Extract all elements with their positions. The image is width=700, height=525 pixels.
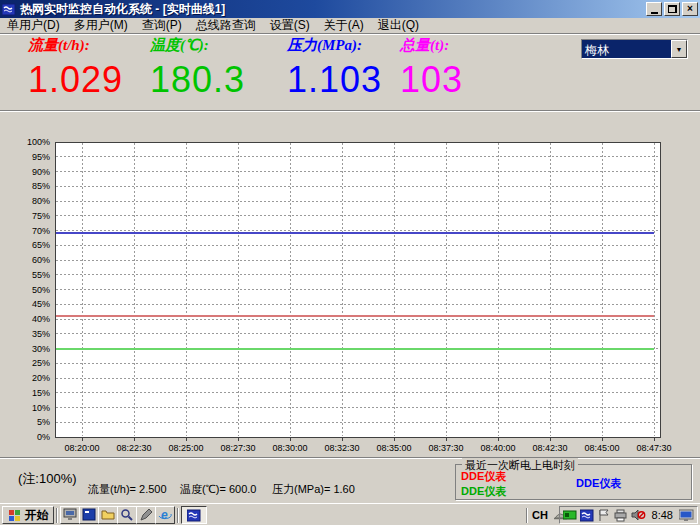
active-task-button[interactable]	[181, 506, 207, 524]
start-button[interactable]: 开始	[2, 506, 54, 524]
x-tick-label: 08:27:30	[220, 443, 255, 453]
y-tick-label: 25%	[32, 358, 50, 368]
menu-item-settings[interactable]: 设置(S)	[263, 17, 317, 34]
app-logo-icon[interactable]	[2, 2, 16, 16]
y-tick-label: 60%	[32, 255, 50, 265]
x-tick-label: 08:47:30	[636, 443, 671, 453]
y-tick-label: 90%	[32, 167, 50, 177]
minimize-button[interactable]	[646, 2, 662, 16]
x-tick-label: 08:32:30	[324, 443, 359, 453]
x-tick-label: 08:45:00	[584, 443, 619, 453]
terminal-icon[interactable]	[79, 506, 99, 524]
station-combobox-value[interactable]: 梅林	[582, 40, 671, 58]
dde-meter-1: DDE仪表	[461, 469, 506, 484]
clock[interactable]: 8:48	[649, 509, 676, 521]
x-tick-label: 08:20:00	[64, 443, 99, 453]
y-tick-label: 85%	[32, 181, 50, 191]
close-button[interactable]: ×	[682, 2, 698, 16]
y-tick-label: 45%	[32, 299, 50, 309]
language-indicator[interactable]: CH	[532, 509, 548, 521]
y-tick-label: 30%	[32, 344, 50, 354]
y-tick-label: 80%	[32, 196, 50, 206]
chevron-down-icon[interactable]: ▼	[671, 40, 687, 58]
chart-bottom-separator	[0, 457, 700, 459]
y-tick-label: 35%	[32, 329, 50, 339]
window-title: 热网实时监控自动化系统 - [实时曲线1]	[20, 1, 644, 18]
app-logo-icon	[187, 508, 201, 522]
y-tick-label: 55%	[32, 270, 50, 280]
menu-item-about[interactable]: 关于(A)	[317, 17, 371, 34]
x-tick-label: 08:42:30	[532, 443, 567, 453]
y-tick-label: 75%	[32, 211, 50, 221]
y-tick-label: 5%	[37, 417, 50, 427]
readout-temperature-label: 温度(℃):	[150, 36, 245, 55]
speaker-muted-icon[interactable]	[631, 508, 646, 522]
y-tick-label: 10%	[32, 403, 50, 413]
x-tick-label: 08:22:30	[116, 443, 151, 453]
readout-temperature-value: 180.3	[150, 59, 245, 101]
workstation-icon[interactable]	[60, 506, 80, 524]
app-logo-icon[interactable]	[580, 508, 594, 522]
display-icon[interactable]	[679, 508, 694, 522]
svg-text:e: e	[161, 508, 168, 522]
y-tick-label: 100%	[27, 137, 50, 147]
pen-icon[interactable]	[136, 506, 156, 524]
x-tick-label: 08:30:00	[272, 443, 307, 453]
taskbar-separator	[56, 508, 58, 523]
menu-item-exit[interactable]: 退出(Q)	[371, 17, 426, 34]
readout-flow-label: 流量(t/h):	[28, 36, 123, 55]
y-tick-label: 65%	[32, 240, 50, 250]
scale-temperature: 温度(℃)= 600.0	[180, 482, 256, 497]
dde-meter-3: DDE仪表	[576, 476, 621, 491]
search-icon[interactable]	[117, 506, 137, 524]
y-tick-label: 50%	[32, 285, 50, 295]
title-bar: 热网实时监控自动化系统 - [实时曲线1] ×	[0, 0, 700, 18]
x-tick-label: 08:25:00	[168, 443, 203, 453]
taskbar-separator	[526, 508, 528, 523]
menu-item-single-user[interactable]: 单用户(D)	[0, 17, 67, 34]
menu-item-query[interactable]: 查询(P)	[135, 17, 189, 34]
x-tick-label: 08:35:00	[376, 443, 411, 453]
taskbar-separator	[177, 508, 179, 523]
dde-meter-2: DDE仪表	[461, 484, 506, 499]
menu-bar: 单用户(D) 多用户(M) 查询(P) 总线路查询 设置(S) 关于(A) 退出…	[0, 18, 700, 33]
card-icon[interactable]	[563, 508, 577, 522]
y-tick-label: 40%	[32, 314, 50, 324]
readout-flow-value: 1.029	[28, 59, 123, 101]
menu-item-busline-query[interactable]: 总线路查询	[189, 17, 263, 34]
scale-flow: 流量(t/h)= 2.500	[88, 482, 167, 497]
y-tick-label: 95%	[32, 152, 50, 162]
realtime-trend-chart: 0%5%10%15%20%25%30%35%40%45%50%55%60%65%…	[0, 112, 700, 457]
readout-total-label: 总量(t):	[400, 36, 463, 55]
y-tick-label: 70%	[32, 226, 50, 236]
readout-total-value: 103	[400, 59, 463, 101]
menu-item-multi-user[interactable]: 多用户(M)	[67, 17, 135, 34]
y-tick-label: 15%	[32, 388, 50, 398]
start-button-label: 开始	[25, 507, 49, 524]
x-tick-label: 08:37:30	[428, 443, 463, 453]
y-tick-label: 20%	[32, 373, 50, 383]
power-event-panel: 最近一次断电上电时刻 DDE仪表 DDE仪表 DDE仪表	[455, 464, 692, 500]
station-combobox[interactable]: 梅林 ▼	[581, 39, 688, 59]
ie-icon[interactable]: e	[155, 506, 175, 524]
flag-icon[interactable]	[597, 508, 611, 522]
y-tick-label: 0%	[37, 432, 50, 442]
readout-pressure-label: 压力(MPa):	[287, 36, 382, 55]
app-window: 热网实时监控自动化系统 - [实时曲线1] × 单用户(D) 多用户(M) 查询…	[0, 0, 700, 525]
readout-total: 总量(t): 103	[400, 36, 463, 101]
windows-logo-icon	[8, 508, 22, 522]
scale-pressure: 压力(MPa)= 1.60	[272, 482, 355, 497]
printer-icon[interactable]	[614, 508, 628, 522]
readout-pressure: 压力(MPa): 1.103	[287, 36, 382, 101]
scale-note: (注:100%)	[18, 470, 77, 488]
folder-icon[interactable]	[98, 506, 118, 524]
taskbar: 开始 e CH	[0, 503, 700, 525]
system-tray: 8:48	[559, 506, 698, 524]
readout-temperature: 温度(℃): 180.3	[150, 36, 245, 101]
menu-separator	[0, 33, 700, 35]
readout-pressure-value: 1.103	[287, 59, 382, 101]
restore-button[interactable]	[664, 2, 680, 16]
x-tick-label: 08:40:00	[480, 443, 515, 453]
readout-flow: 流量(t/h): 1.029	[28, 36, 123, 101]
